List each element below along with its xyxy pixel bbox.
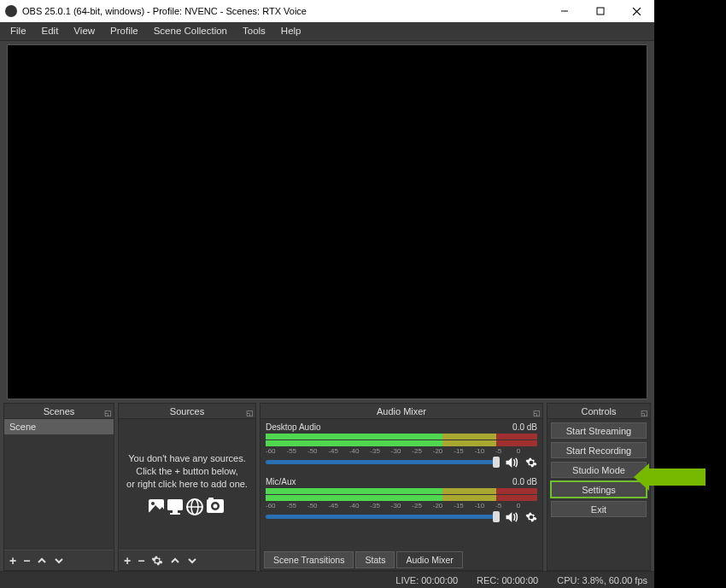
speaker-icon[interactable] — [505, 457, 520, 469]
exit-button[interactable]: Exit — [551, 501, 647, 517]
menu-profile[interactable]: Profile — [103, 24, 145, 38]
scenes-header: Scenes ◱ — [4, 404, 114, 419]
popout-icon[interactable]: ◱ — [103, 405, 112, 414]
level-meter — [266, 495, 537, 501]
remove-source-button[interactable]: − — [138, 554, 144, 568]
mixer-item-db: 0.0 dB — [512, 422, 537, 432]
obs-window: OBS 25.0.1 (64-bit, windows) - Profile: … — [0, 0, 654, 588]
svg-rect-15 — [208, 498, 214, 501]
popout-icon[interactable]: ◱ — [532, 405, 541, 414]
svg-rect-8 — [170, 513, 180, 515]
mixer-item-name: Desktop Audio — [266, 422, 321, 432]
status-live: LIVE: 00:00:00 — [395, 575, 458, 585]
gear-icon[interactable] — [525, 511, 537, 523]
level-meter — [266, 434, 537, 440]
status-rec: REC: 00:00:00 — [477, 575, 538, 585]
svg-point-14 — [214, 504, 218, 508]
meter-ticks: -60-55-50-45-40-35-30-25-20-15-10-50 — [266, 502, 537, 511]
move-source-down-button[interactable] — [187, 556, 197, 565]
statusbar: LIVE: 00:00:00 REC: 00:00:00 CPU: 3.8%, … — [0, 571, 654, 588]
menu-edit[interactable]: Edit — [35, 24, 66, 38]
window-title: OBS 25.0.1 (64-bit, windows) - Profile: … — [22, 6, 307, 16]
menu-tools[interactable]: Tools — [236, 24, 272, 38]
level-meter — [266, 488, 537, 494]
meter-ticks: -60-55-50-45-40-35-30-25-20-15-10-50 — [266, 447, 537, 457]
svg-rect-6 — [167, 499, 183, 510]
tab-scene-transitions[interactable]: Scene Transitions — [264, 551, 354, 568]
mixer-tabs: Scene Transitions Stats Audio Mixer — [261, 550, 542, 570]
annotation-arrow — [647, 469, 706, 486]
mixer-item-name: Mic/Aux — [266, 477, 296, 486]
add-source-button[interactable]: + — [124, 554, 131, 568]
volume-slider[interactable] — [266, 515, 500, 519]
sources-empty[interactable]: You don't have any sources. Click the + … — [119, 419, 255, 550]
maximize-button[interactable] — [583, 0, 618, 22]
start-recording-button[interactable]: Start Recording — [551, 442, 647, 458]
menu-view[interactable]: View — [67, 24, 102, 38]
close-button[interactable] — [618, 0, 654, 22]
studio-mode-button[interactable]: Studio Mode — [551, 462, 647, 478]
tab-stats[interactable]: Stats — [355, 551, 395, 568]
move-scene-up-button[interactable] — [37, 556, 47, 565]
start-streaming-button[interactable]: Start Streaming — [551, 422, 647, 439]
scenes-panel: Scenes ◱ Scene + − — [3, 403, 114, 571]
tab-audio-mixer[interactable]: Audio Mixer — [396, 551, 462, 568]
mixer-item-mic-aux: Mic/Aux 0.0 dB -60-55-50-45-40-35-30-25-… — [266, 477, 537, 523]
app-icon — [5, 5, 17, 17]
level-meter — [266, 440, 537, 446]
menu-file[interactable]: File — [3, 24, 33, 38]
sources-header: Sources ◱ — [119, 404, 255, 419]
mixer-header: Audio Mixer ◱ — [261, 404, 542, 419]
mixer-item-db: 0.0 dB — [512, 477, 537, 486]
svg-rect-1 — [597, 8, 604, 15]
settings-button[interactable]: Settings — [551, 481, 647, 498]
scene-item[interactable]: Scene — [4, 419, 114, 434]
svg-point-5 — [151, 502, 155, 505]
move-source-up-button[interactable] — [170, 556, 180, 565]
audio-mixer-panel: Audio Mixer ◱ Desktop Audio 0.0 dB -60-5… — [260, 403, 543, 571]
speaker-icon[interactable] — [505, 511, 520, 523]
source-properties-button[interactable] — [151, 555, 163, 567]
controls-header: Controls ◱ — [547, 404, 650, 419]
volume-slider[interactable] — [266, 460, 500, 464]
minimize-button[interactable] — [547, 0, 583, 22]
add-scene-button[interactable]: + — [9, 554, 16, 568]
popout-icon[interactable]: ◱ — [245, 405, 254, 414]
source-type-icons — [149, 498, 225, 516]
mixer-item-desktop-audio: Desktop Audio 0.0 dB -60-55-50-45-40-35-… — [266, 422, 537, 469]
preview-area[interactable] — [7, 44, 647, 399]
sources-panel: Sources ◱ You don't have any sources. Cl… — [118, 403, 256, 571]
menu-scene-collection[interactable]: Scene Collection — [147, 24, 234, 38]
gear-icon[interactable] — [525, 457, 537, 469]
svg-rect-7 — [173, 510, 178, 513]
move-scene-down-button[interactable] — [54, 556, 64, 565]
menu-help[interactable]: Help — [274, 24, 308, 38]
status-cpu: CPU: 3.8%, 60.00 fps — [557, 575, 647, 585]
titlebar: OBS 25.0.1 (64-bit, windows) - Profile: … — [0, 0, 654, 22]
popout-icon[interactable]: ◱ — [640, 405, 648, 414]
remove-scene-button[interactable]: − — [23, 554, 30, 568]
menubar: File Edit View Profile Scene Collection … — [0, 22, 654, 41]
